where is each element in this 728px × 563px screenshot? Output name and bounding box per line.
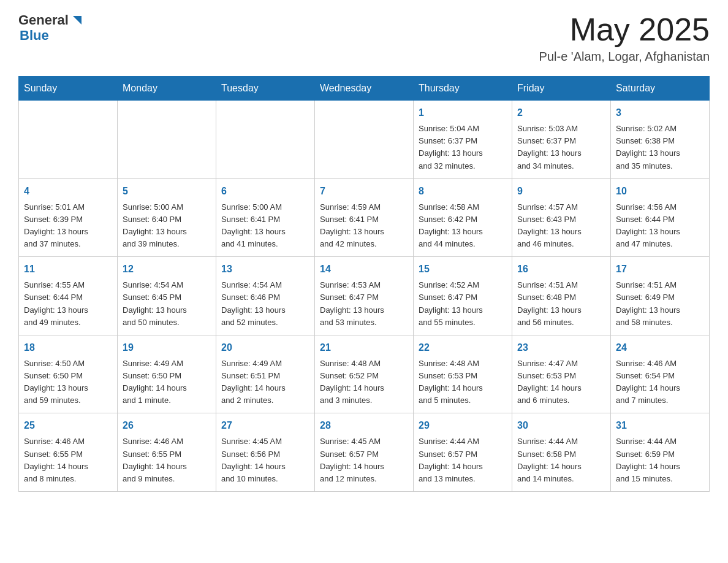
calendar-cell: 31Sunrise: 4:44 AMSunset: 6:59 PMDayligh… [611, 413, 710, 492]
calendar-header-wednesday: Wednesday [315, 77, 414, 101]
day-info: Sunrise: 4:46 AMSunset: 6:54 PMDaylight:… [616, 358, 704, 407]
day-number: 22 [419, 340, 507, 355]
day-number: 4 [24, 184, 112, 199]
day-info: Sunrise: 4:46 AMSunset: 6:55 PMDaylight:… [123, 435, 211, 485]
day-info: Sunrise: 4:45 AMSunset: 6:56 PMDaylight:… [221, 435, 309, 485]
calendar-cell: 10Sunrise: 4:56 AMSunset: 6:44 PMDayligh… [611, 178, 710, 257]
calendar-cell [315, 101, 414, 179]
calendar-header-saturday: Saturday [611, 77, 710, 101]
day-info: Sunrise: 4:44 AMSunset: 6:57 PMDaylight:… [419, 435, 507, 485]
day-number: 23 [517, 340, 605, 355]
calendar-header-row: SundayMondayTuesdayWednesdayThursdayFrid… [19, 77, 710, 101]
calendar-cell: 28Sunrise: 4:45 AMSunset: 6:57 PMDayligh… [315, 413, 414, 492]
logo-triangle-icon [70, 13, 84, 27]
calendar-cell: 8Sunrise: 4:58 AMSunset: 6:42 PMDaylight… [414, 178, 512, 257]
day-info: Sunrise: 4:52 AMSunset: 6:47 PMDaylight:… [419, 279, 507, 329]
day-number: 29 [419, 418, 507, 433]
calendar-cell: 16Sunrise: 4:51 AMSunset: 6:48 PMDayligh… [512, 257, 611, 335]
day-info: Sunrise: 5:02 AMSunset: 6:38 PMDaylight:… [616, 123, 704, 172]
day-info: Sunrise: 5:03 AMSunset: 6:37 PMDaylight:… [517, 123, 605, 172]
day-info: Sunrise: 4:46 AMSunset: 6:55 PMDaylight:… [24, 435, 112, 485]
calendar-cell: 25Sunrise: 4:46 AMSunset: 6:55 PMDayligh… [19, 413, 118, 492]
calendar-header-friday: Friday [512, 77, 611, 101]
calendar-table: SundayMondayTuesdayWednesdayThursdayFrid… [18, 76, 710, 492]
day-info: Sunrise: 4:50 AMSunset: 6:50 PMDaylight:… [24, 358, 112, 407]
calendar-cell: 21Sunrise: 4:48 AMSunset: 6:52 PMDayligh… [315, 335, 414, 413]
calendar-cell: 30Sunrise: 4:44 AMSunset: 6:58 PMDayligh… [512, 413, 611, 492]
day-number: 14 [320, 262, 408, 277]
day-number: 18 [24, 340, 112, 355]
day-number: 7 [320, 184, 408, 199]
day-info: Sunrise: 4:56 AMSunset: 6:44 PMDaylight:… [616, 201, 704, 251]
day-number: 13 [221, 262, 309, 277]
day-info: Sunrise: 4:45 AMSunset: 6:57 PMDaylight:… [320, 435, 408, 485]
day-info: Sunrise: 5:00 AMSunset: 6:40 PMDaylight:… [123, 201, 211, 251]
day-info: Sunrise: 4:57 AMSunset: 6:43 PMDaylight:… [517, 201, 605, 251]
day-info: Sunrise: 4:51 AMSunset: 6:48 PMDaylight:… [517, 279, 605, 329]
day-number: 5 [123, 184, 211, 199]
calendar-cell: 4Sunrise: 5:01 AMSunset: 6:39 PMDaylight… [19, 178, 118, 257]
page-header: General Blue May 2025 Pul-e 'Alam, Logar… [18, 12, 710, 64]
calendar-cell: 20Sunrise: 4:49 AMSunset: 6:51 PMDayligh… [216, 335, 315, 413]
day-number: 2 [517, 105, 605, 120]
calendar-header-tuesday: Tuesday [216, 77, 315, 101]
day-info: Sunrise: 4:54 AMSunset: 6:45 PMDaylight:… [123, 279, 211, 329]
week-row-5: 25Sunrise: 4:46 AMSunset: 6:55 PMDayligh… [19, 413, 710, 492]
day-number: 20 [221, 340, 309, 355]
day-info: Sunrise: 4:47 AMSunset: 6:53 PMDaylight:… [517, 358, 605, 407]
day-info: Sunrise: 5:00 AMSunset: 6:41 PMDaylight:… [221, 201, 309, 251]
calendar-cell: 14Sunrise: 4:53 AMSunset: 6:47 PMDayligh… [315, 257, 414, 335]
day-info: Sunrise: 4:53 AMSunset: 6:47 PMDaylight:… [320, 279, 408, 329]
day-number: 15 [419, 262, 507, 277]
month-title: May 2025 [539, 12, 710, 47]
calendar-cell [216, 101, 315, 179]
svg-marker-0 [73, 16, 82, 25]
location-title: Pul-e 'Alam, Logar, Afghanistan [539, 50, 710, 64]
calendar-cell: 26Sunrise: 4:46 AMSunset: 6:55 PMDayligh… [118, 413, 216, 492]
calendar-cell: 12Sunrise: 4:54 AMSunset: 6:45 PMDayligh… [118, 257, 216, 335]
week-row-1: 1Sunrise: 5:04 AMSunset: 6:37 PMDaylight… [19, 101, 710, 179]
calendar-cell: 7Sunrise: 4:59 AMSunset: 6:41 PMDaylight… [315, 178, 414, 257]
calendar-cell: 22Sunrise: 4:48 AMSunset: 6:53 PMDayligh… [414, 335, 512, 413]
day-number: 30 [517, 418, 605, 433]
day-info: Sunrise: 5:04 AMSunset: 6:37 PMDaylight:… [419, 123, 507, 172]
week-row-4: 18Sunrise: 4:50 AMSunset: 6:50 PMDayligh… [19, 335, 710, 413]
day-info: Sunrise: 4:44 AMSunset: 6:59 PMDaylight:… [616, 435, 704, 485]
calendar-cell: 23Sunrise: 4:47 AMSunset: 6:53 PMDayligh… [512, 335, 611, 413]
day-number: 27 [221, 418, 309, 433]
day-number: 6 [221, 184, 309, 199]
calendar-cell: 1Sunrise: 5:04 AMSunset: 6:37 PMDaylight… [414, 101, 512, 179]
calendar-cell: 18Sunrise: 4:50 AMSunset: 6:50 PMDayligh… [19, 335, 118, 413]
day-number: 28 [320, 418, 408, 433]
day-number: 31 [616, 418, 704, 433]
calendar-header-monday: Monday [118, 77, 216, 101]
calendar-cell: 3Sunrise: 5:02 AMSunset: 6:38 PMDaylight… [611, 101, 710, 179]
calendar-cell [118, 101, 216, 179]
day-number: 10 [616, 184, 704, 199]
calendar-cell: 19Sunrise: 4:49 AMSunset: 6:50 PMDayligh… [118, 335, 216, 413]
day-number: 11 [24, 262, 112, 277]
day-info: Sunrise: 4:44 AMSunset: 6:58 PMDaylight:… [517, 435, 605, 485]
calendar-header-sunday: Sunday [19, 77, 118, 101]
calendar-cell: 11Sunrise: 4:55 AMSunset: 6:44 PMDayligh… [19, 257, 118, 335]
calendar-cell: 13Sunrise: 4:54 AMSunset: 6:46 PMDayligh… [216, 257, 315, 335]
logo: General Blue [18, 12, 84, 44]
day-number: 9 [517, 184, 605, 199]
day-number: 1 [419, 105, 507, 120]
day-number: 26 [123, 418, 211, 433]
day-info: Sunrise: 4:48 AMSunset: 6:53 PMDaylight:… [419, 358, 507, 407]
week-row-3: 11Sunrise: 4:55 AMSunset: 6:44 PMDayligh… [19, 257, 710, 335]
calendar-header-thursday: Thursday [414, 77, 512, 101]
day-number: 21 [320, 340, 408, 355]
calendar-cell: 29Sunrise: 4:44 AMSunset: 6:57 PMDayligh… [414, 413, 512, 492]
logo-general: General [18, 12, 69, 28]
calendar-cell: 15Sunrise: 4:52 AMSunset: 6:47 PMDayligh… [414, 257, 512, 335]
calendar-cell: 17Sunrise: 4:51 AMSunset: 6:49 PMDayligh… [611, 257, 710, 335]
calendar-cell: 5Sunrise: 5:00 AMSunset: 6:40 PMDaylight… [118, 178, 216, 257]
day-number: 16 [517, 262, 605, 277]
day-info: Sunrise: 4:54 AMSunset: 6:46 PMDaylight:… [221, 279, 309, 329]
day-number: 12 [123, 262, 211, 277]
day-info: Sunrise: 4:49 AMSunset: 6:50 PMDaylight:… [123, 358, 211, 407]
logo-blue: Blue [20, 28, 84, 43]
day-info: Sunrise: 4:58 AMSunset: 6:42 PMDaylight:… [419, 201, 507, 251]
